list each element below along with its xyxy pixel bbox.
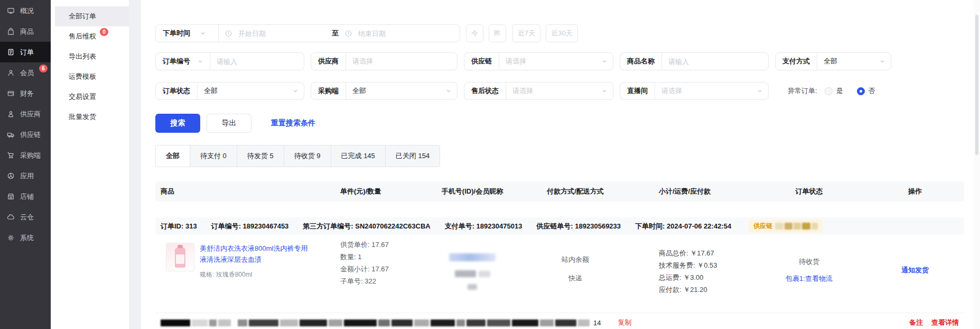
redacted-block: [775, 223, 783, 230]
purchase-side-select[interactable]: 全部: [346, 86, 446, 96]
operation-cell: 通知发货: [866, 240, 964, 312]
col-header-order-status: 订单状态: [752, 187, 866, 196]
tech-service-fee: 技术服务费: ￥0.53: [659, 261, 752, 270]
order-no-input[interactable]: [210, 58, 304, 66]
reset-search-link[interactable]: 重置搜索条件: [271, 118, 315, 128]
after-sales-status-label: 售后状态: [464, 83, 506, 99]
abnormal-no-label: 否: [869, 86, 875, 96]
order-status-group: 订单状态 全部: [155, 82, 304, 100]
order-no-field-selector[interactable]: 订单编号: [156, 53, 210, 70]
submenu-item-batch-shipping[interactable]: 批量发货: [55, 107, 129, 127]
scrollbar-thumb[interactable]: [975, 15, 978, 155]
goods-total: 商品总价: ￥17.67: [659, 249, 752, 258]
copy-link[interactable]: 复制: [618, 318, 631, 327]
start-date-input[interactable]: [232, 30, 332, 38]
abnormal-order-label: 异常订单:: [788, 86, 817, 96]
live-room-select[interactable]: 请选择: [655, 86, 757, 96]
redacted-member-id: [449, 253, 496, 261]
sidebar-item-orders[interactable]: 订单: [0, 42, 51, 62]
procurement-icon: [7, 151, 15, 160]
chevron-down-icon: [446, 88, 451, 94]
redacted-nickname: [455, 270, 476, 277]
order-no: 订单编号: 189230467453: [211, 222, 289, 231]
sidebar-item-finance[interactable]: 财务: [0, 83, 51, 104]
product-title-link[interactable]: 美舒洁内衣洗衣液800ml洗内裤专用液清洗液深层去血渍: [200, 243, 312, 265]
quick-range-30days-button[interactable]: 近30天: [546, 24, 577, 42]
abnormal-no-radio[interactable]: [857, 87, 865, 95]
notify-shipment-link[interactable]: 通知发货: [901, 266, 929, 274]
product-name-input[interactable]: [662, 58, 768, 66]
sidebar-item-supplier[interactable]: 供应商: [0, 104, 51, 124]
package-logistics-link[interactable]: 包裹1:查看物流: [785, 273, 834, 284]
after-sales-status-select[interactable]: 请选择: [506, 86, 602, 96]
tab-pending-payment[interactable]: 待支付 0: [190, 145, 237, 167]
sidebar-item-apps[interactable]: 应用: [0, 166, 51, 186]
pay-method-select[interactable]: 全部: [817, 57, 880, 66]
sidebar-item-members[interactable]: 会员 6: [0, 62, 51, 83]
date-field-selector[interactable]: 下单时间: [156, 25, 218, 42]
product-image[interactable]: [166, 243, 194, 271]
sidebar-item-label: 商品: [20, 27, 34, 36]
sidebar-item-cloud-warehouse[interactable]: 云仓: [0, 207, 51, 227]
tab-closed[interactable]: 已关闭 154: [386, 145, 440, 167]
supply-chain-badge: 供应链: [749, 220, 823, 233]
live-room-label: 直播间: [620, 83, 655, 99]
sidebar-item-overview[interactable]: 概况: [0, 1, 51, 21]
member-cell: [422, 240, 522, 312]
sidebar-item-label: 供应商: [20, 109, 41, 119]
sidebar-item-procurement[interactable]: 采购端: [0, 145, 51, 166]
orders-icon: [7, 48, 15, 57]
order-status-text: 待收货: [752, 257, 866, 267]
sidebar-item-label: 财务: [20, 89, 34, 98]
third-party-order-no: 第三方订单编号: SN2407062242C63CBA: [303, 222, 430, 231]
abnormal-yes-radio[interactable]: [825, 87, 833, 95]
amount-payable: 应付款: ￥21.20: [659, 285, 752, 294]
supplier-select[interactable]: 请选择: [346, 57, 457, 66]
product-cell: 美舒洁内衣洗衣液800ml洗内裤专用液清洗液深层去血渍 规格: 玫瑰香800ml: [155, 240, 316, 312]
supplier-label: 供应商: [311, 53, 346, 70]
supplier-group: 供应商 请选择: [311, 52, 458, 70]
end-date-input[interactable]: [352, 30, 460, 38]
orders-card: 下单时间 至 今 昨 近7天 近30天: [141, 6, 980, 329]
sidebar-item-supply-chain[interactable]: 供应链: [0, 124, 51, 145]
purchase-side-label: 采购端: [311, 83, 346, 99]
scrollbar[interactable]: [974, 0, 980, 329]
supply-chain-select[interactable]: 请选择: [499, 57, 602, 66]
remark-link[interactable]: 备注: [909, 318, 923, 327]
bottle-graphic: [175, 248, 185, 268]
view-detail-link[interactable]: 查看详情: [931, 318, 959, 327]
apps-icon: [7, 172, 15, 180]
live-room-group: 直播间 请选择: [620, 82, 769, 100]
tab-pending-receipt[interactable]: 待收货 9: [284, 145, 331, 167]
unit-qty-cell: 供货单价: 17.67 数量: 1 金额小计: 17.67 子单号: 322: [316, 240, 422, 312]
filter-row-2: 订单编号 供应商 请选择 供应链 请选择: [155, 52, 964, 70]
overview-icon: [7, 7, 15, 15]
quick-range-yesterday-button[interactable]: 昨: [489, 24, 506, 42]
tab-pending-shipment[interactable]: 待发货 5: [237, 145, 284, 167]
status-tabs-wrap: 全部 待支付 0 待发货 5 待收货 9 已完成 145 已关闭 154: [155, 145, 964, 167]
abnormal-order-filter: 异常订单: 是 否: [788, 86, 875, 96]
payment-no: 支付单号: 189230475013: [445, 222, 522, 231]
sidebar-item-goods[interactable]: 商品: [0, 21, 51, 42]
goods-icon: [7, 28, 15, 36]
tab-all[interactable]: 全部: [156, 145, 190, 167]
quantity: 数量: 1: [340, 252, 422, 261]
submenu-item-trade-settings[interactable]: 交易设置: [55, 87, 129, 107]
store-icon: [7, 193, 15, 201]
export-button[interactable]: 导出: [207, 114, 251, 133]
quick-range-today-button[interactable]: 今: [466, 24, 483, 42]
sidebar-item-label: 店铺: [20, 192, 34, 202]
sidebar-item-system[interactable]: 系统: [0, 227, 51, 248]
submenu-item-after-sales[interactable]: 售后维权0: [55, 26, 129, 47]
pay-delivery-cell: 站内余额 快递: [522, 240, 628, 312]
tab-completed[interactable]: 已完成 145: [331, 145, 386, 167]
sidebar-content-gutter: [129, 0, 141, 329]
order-status-select[interactable]: 全部: [198, 86, 293, 96]
redacted-block: [811, 223, 818, 230]
submenu-item-all-orders[interactable]: 全部订单: [55, 6, 129, 26]
quick-range-7days-button[interactable]: 近7天: [512, 24, 540, 42]
submenu-item-export-list[interactable]: 导出列表: [55, 47, 129, 67]
submenu-item-freight-template[interactable]: 运费模板: [55, 67, 129, 87]
sidebar-item-store[interactable]: 店铺: [0, 186, 51, 207]
search-button[interactable]: 搜索: [155, 114, 200, 133]
